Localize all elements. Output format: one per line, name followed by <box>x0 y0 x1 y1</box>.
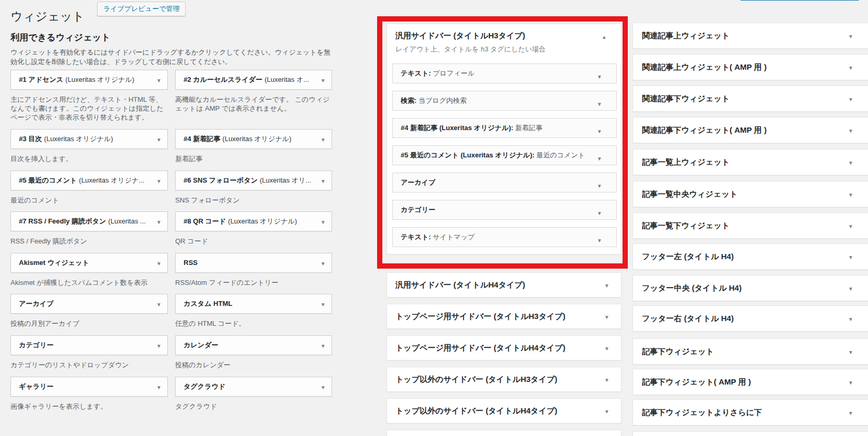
chevron-down-icon[interactable]: ▼ <box>604 314 609 320</box>
sidebar-panel-collapsed[interactable]: 記事下ウィジェット ▼ <box>633 338 868 365</box>
chevron-down-icon[interactable]: ▼ <box>604 346 609 352</box>
sidebar-panel-collapsed[interactable]: フッター右 (タイトル H4) ▼ <box>633 305 868 332</box>
chevron-down-icon[interactable]: ▼ <box>156 385 162 390</box>
chevron-down-icon[interactable]: ▼ <box>320 385 326 390</box>
available-widget-card[interactable]: #8 QR コード(Luxeritas オリジナル) ▼ <box>175 211 332 231</box>
chevron-down-icon[interactable]: ▼ <box>597 210 602 216</box>
widget-description: Akismet が捕獲したスパムコメント数を表示 <box>10 278 168 287</box>
sidebar-panel-header[interactable]: 汎用サイドバー (タイトルH3タイプ) レイアウト上、タイトルを h3 タグにし… <box>387 24 621 54</box>
sidebar-widget-bar[interactable]: 検索: 当ブログ内検索 ▼ <box>392 91 617 111</box>
chevron-down-icon[interactable]: ▼ <box>597 238 602 243</box>
chevron-down-icon[interactable]: ▼ <box>156 302 162 307</box>
available-widget-card[interactable]: #2 カルーセルスライダー(Luxeritas オ... ▼ <box>175 70 332 90</box>
chevron-down-icon[interactable]: ▼ <box>604 377 609 383</box>
chevron-down-icon[interactable]: ▼ <box>156 137 162 143</box>
chevron-down-icon[interactable]: ▼ <box>320 343 326 349</box>
available-widget-card[interactable]: RSS ▼ <box>175 253 332 273</box>
sidebar-widget-bar[interactable]: #4 新着記事 (Luxeritas オリジナル): 新着記事 ▼ <box>392 118 617 138</box>
sidebar-panel-collapsed[interactable] <box>387 430 621 436</box>
available-widget-card[interactable]: #7 RSS / Feedly 購読ボタン(Luxeritas ... ▼ <box>10 211 168 231</box>
sidebar-widget-bar[interactable]: テキスト: プロフィール ▼ <box>392 63 617 83</box>
manage-live-preview-button[interactable]: ライブプレビューで管理 <box>97 2 186 16</box>
sidebar-widget-bar[interactable]: テキスト: サイトマップ ▼ <box>392 227 617 247</box>
chevron-down-icon[interactable]: ▼ <box>848 97 853 102</box>
available-widget-card[interactable]: Akismet ウィジェット ▼ <box>10 253 168 273</box>
chevron-down-icon[interactable]: ▼ <box>597 156 602 162</box>
sidebar-panel-collapsed[interactable]: フッター中央 (タイトル H4) ▼ <box>633 275 868 301</box>
sidebar-panel-collapsed[interactable]: 記事下ウィジェットよりさらに下 ▼ <box>633 399 868 426</box>
sidebar-panel-collapsed[interactable]: 記事一覧下ウィジェット ▼ <box>633 212 868 239</box>
available-widget-card[interactable]: ギャラリー ▼ <box>10 377 168 397</box>
chevron-down-icon[interactable]: ▼ <box>604 283 609 289</box>
chevron-down-icon[interactable]: ▼ <box>320 137 326 143</box>
chevron-down-icon[interactable]: ▼ <box>604 409 609 414</box>
chevron-down-icon[interactable]: ▼ <box>848 192 853 198</box>
available-widget-card[interactable]: タグクラウド ▼ <box>175 377 332 397</box>
chevron-down-icon[interactable]: ▼ <box>320 261 326 267</box>
chevron-down-icon[interactable]: ▼ <box>320 78 326 83</box>
chevron-down-icon[interactable]: ▼ <box>848 65 853 71</box>
chevron-down-icon[interactable]: ▼ <box>597 183 602 189</box>
sidebar-panel-title: 関連記事下ウィジェット <box>633 86 868 111</box>
sidebar-panel-collapsed[interactable]: トップページ用サイドバー (タイトルH3タイプ) ▼ <box>387 304 621 329</box>
chevron-down-icon[interactable]: ▼ <box>156 261 162 267</box>
widget-title: #6 SNS フォローボタン <box>184 176 258 184</box>
widget-title: カテゴリー <box>19 341 53 349</box>
chevron-down-icon[interactable]: ▼ <box>156 178 162 184</box>
available-widget-card[interactable]: カテゴリー ▼ <box>10 335 168 355</box>
chevron-down-icon[interactable]: ▼ <box>848 349 853 355</box>
chevron-down-icon[interactable]: ▼ <box>156 219 162 225</box>
sidebar-panel-collapsed[interactable] <box>633 431 868 436</box>
sidebar-panel-collapsed[interactable]: 関連記事上ウィジェット( AMP 用 ) ▼ <box>633 54 868 80</box>
collapse-arrow-icon[interactable]: ▲ <box>602 34 607 40</box>
available-widget-card[interactable]: #6 SNS フォローボタン(Luxeritas オリ... ▼ <box>175 171 332 190</box>
sidebar-panel-collapsed[interactable]: 関連記事上ウィジェット ▼ <box>633 23 868 49</box>
chevron-down-icon[interactable]: ▼ <box>848 316 853 322</box>
sidebar-panel-collapsed[interactable]: トップ以外のサイドバー (タイトルH4タイプ) ▼ <box>387 398 621 423</box>
available-widget-card[interactable]: カスタム HTML ▼ <box>175 294 332 314</box>
chevron-down-icon[interactable]: ▼ <box>848 160 853 166</box>
sidebar-panel-collapsed[interactable]: 記事一覧中央ウィジェット ▼ <box>633 181 868 207</box>
sidebar-panel-subtitle: レイアウト上、タイトルを h3 タグにしたい場合 <box>395 45 600 54</box>
available-widget-card[interactable]: #5 最近のコメント(Luxeritas オリジナ... ▼ <box>10 171 168 190</box>
chevron-down-icon[interactable]: ▼ <box>156 78 162 83</box>
available-widget-card[interactable]: #3 目次(Luxeritas オリジナル) ▼ <box>10 129 168 149</box>
available-widget-card[interactable]: #1 アドセンス(Luxeritas オリジナル) ▼ <box>10 70 168 90</box>
chevron-down-icon[interactable]: ▼ <box>156 343 162 349</box>
sidebar-panel-collapsed[interactable]: 関連記事下ウィジェット( AMP 用 ) ▼ <box>633 117 868 143</box>
sidebar-panel-collapsed[interactable]: フッター左 (タイトル H4) ▼ <box>633 243 868 270</box>
sidebar-widget-bar[interactable]: アーカイブ ▼ <box>392 173 617 193</box>
chevron-down-icon[interactable]: ▼ <box>848 286 853 292</box>
sidebar-panel-title: 汎用サイドバー (タイトルH3タイプ) <box>395 31 600 41</box>
sidebar-panel-collapsed[interactable]: 記事下ウィジェット( AMP 用 ) ▼ <box>633 369 868 395</box>
sidebar-panel-collapsed[interactable]: 記事一覧上ウィジェット ▼ <box>633 149 868 175</box>
chevron-down-icon[interactable]: ▼ <box>848 224 853 229</box>
chevron-down-icon[interactable]: ▼ <box>597 74 602 80</box>
sidebar-panel-collapsed[interactable]: 関連記事下ウィジェット ▼ <box>633 86 868 112</box>
chevron-down-icon[interactable]: ▼ <box>320 219 326 225</box>
sidebar-panel-collapsed[interactable]: トップ以外のサイドバー (タイトルH3タイプ) ▼ <box>387 367 621 392</box>
widget-title: #3 目次 <box>19 135 42 143</box>
chevron-down-icon[interactable]: ▼ <box>320 178 326 184</box>
chevron-down-icon[interactable]: ▼ <box>597 129 602 134</box>
available-widget-card[interactable]: アーカイブ ▼ <box>10 294 168 314</box>
chevron-down-icon[interactable]: ▼ <box>848 254 853 260</box>
chevron-down-icon[interactable]: ▼ <box>848 380 853 386</box>
available-widget-card[interactable]: カレンダー ▼ <box>175 335 332 355</box>
chevron-down-icon[interactable]: ▼ <box>320 302 326 307</box>
accessibility-mode-link[interactable]: アクセシビリティモードを有効にする <box>741 0 859 2</box>
sidebar-panel-collapsed[interactable]: 汎用サイドバー (タイトルH4タイプ) ▼ <box>387 272 621 297</box>
sidebar-widget-bar[interactable]: #5 最近のコメント (Luxeritas オリジナル): 最近のコメント ▼ <box>392 145 617 165</box>
available-widget-card[interactable]: #4 新着記事(Luxeritas オリジナル) ▼ <box>175 129 332 149</box>
sidebar-panel-title: 記事一覧下ウィジェット <box>633 213 868 238</box>
sidebar-widget-bar[interactable]: カテゴリー ▼ <box>392 200 617 220</box>
sidebar-panel-collapsed[interactable]: トップページ用サイドバー (タイトルH4タイプ) ▼ <box>387 335 621 360</box>
widget-description: RSS/Atom フィードのエントリー <box>175 278 332 287</box>
chevron-down-icon[interactable]: ▼ <box>848 34 853 39</box>
chevron-down-icon[interactable]: ▼ <box>848 410 853 416</box>
chevron-down-icon[interactable]: ▼ <box>597 101 602 107</box>
chevron-down-icon[interactable]: ▼ <box>848 128 853 134</box>
sidebar-panel-title: 記事下ウィジェット <box>633 339 868 364</box>
widget-description: タグクラウド <box>175 402 332 411</box>
sidebar-widget-name: カテゴリー <box>401 206 435 214</box>
